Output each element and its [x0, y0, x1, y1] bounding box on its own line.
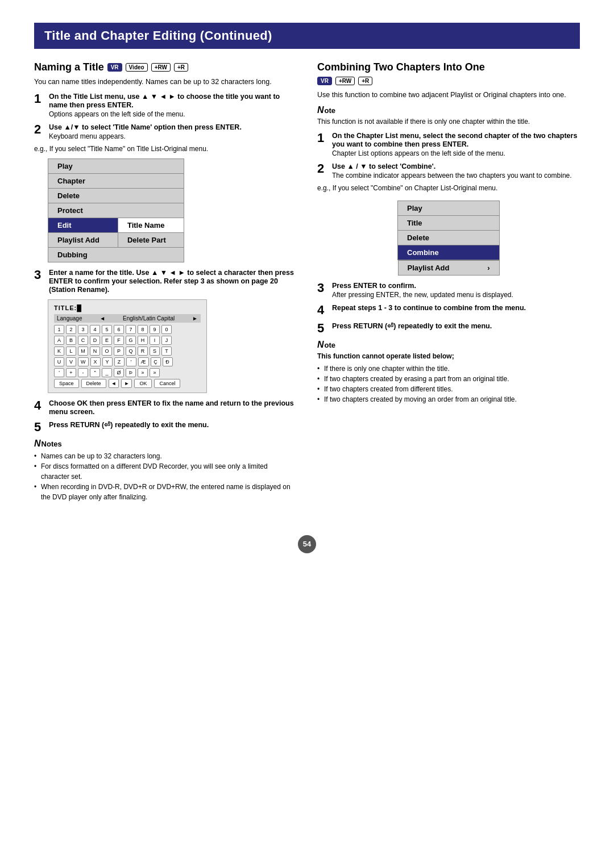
- menu-row-protect: Protect: [48, 203, 184, 218]
- menu-item-play: Play: [48, 158, 184, 173]
- kb-delete[interactable]: Delete: [81, 379, 106, 388]
- combine-item-delete: Delete: [398, 230, 500, 245]
- page-number: 54: [298, 535, 316, 553]
- combine-menu-play: Play: [398, 201, 500, 215]
- left-step-4-number: 4: [34, 399, 47, 412]
- step-2-number: 2: [34, 123, 47, 136]
- right-note2-item-3: If two chapters created from different t…: [317, 384, 580, 394]
- combine-menu-table: Play Title Delete Combine Playlist Add: [397, 201, 500, 276]
- menu-item-playlist-add: Playlist Add: [48, 232, 118, 247]
- menu-item-edit: Edit: [48, 218, 118, 232]
- combine-item-combine: Combine: [398, 245, 500, 260]
- right-note2-item-4: If two chapters created by moving an ord…: [317, 394, 580, 404]
- combine-arrow-icon: ›: [487, 264, 489, 272]
- kb-row-u: U V W X Y Z ' Æ Ç Ð: [54, 357, 201, 366]
- notes-list: Names can be up to 32 characters long. F…: [34, 451, 297, 502]
- kb-cancel[interactable]: Cancel: [154, 379, 180, 388]
- right-note2-heading: This function cannot operate listed belo…: [317, 351, 580, 361]
- kb-lang-value: English/Latin Capital: [123, 315, 175, 322]
- right-step-3-bold: Press ENTER to confirm.: [332, 282, 416, 290]
- right-step-2-bold: Use ▲ / ▼ to select 'Combine'.: [332, 162, 435, 170]
- kb-row-special: ' + - " _ Ø Þ » »: [54, 368, 201, 377]
- combining-intro: Use this function to combine two adjacen…: [317, 90, 580, 101]
- menu-item-delete: Delete: [48, 188, 184, 203]
- combine-item-play: Play: [398, 201, 500, 215]
- menu-item-chapter: Chapter: [48, 173, 184, 188]
- menu-row-edit: Edit Title Name: [48, 218, 184, 232]
- kb-space[interactable]: Space: [54, 379, 79, 388]
- right-step-5-number: 5: [317, 322, 330, 335]
- menu-row-dubbing: Dubbing: [48, 247, 184, 262]
- right-badge-plusrw: +RW: [335, 77, 355, 85]
- right-step-3-number: 3: [317, 281, 330, 295]
- right-step-2: 2 Use ▲ / ▼ to select 'Combine'. The com…: [317, 162, 580, 180]
- combining-heading: Combining Two Chapters Into One: [317, 61, 485, 73]
- note-item-1: Names can be up to 32 characters long.: [34, 451, 297, 461]
- eg-text-1: e.g., If you select "Title Name" on Titl…: [34, 145, 297, 153]
- right-note-1-text: This function is not available if there …: [317, 116, 580, 127]
- right-step-2-sub: The combine indicator appears between th…: [332, 172, 580, 180]
- right-note2-item-2: If two chapters created by erasing a par…: [317, 374, 580, 384]
- combine-playlist-label: Playlist Add: [408, 264, 450, 272]
- step-3: 3 Enter a name for the title. Use ▲ ▼ ◄ …: [34, 268, 297, 294]
- note-n-icon: N: [34, 439, 41, 449]
- kb-left[interactable]: ◄: [109, 379, 119, 388]
- menu-row-play: Play: [48, 158, 184, 173]
- right-step-5: 5 Press RETURN (⏎) repeatedly to exit th…: [317, 322, 580, 335]
- kb-row-numbers: 1 2 3 4 5 6 7 8 9 0: [54, 325, 201, 334]
- note-item-3: When recording in DVD-R, DVD+R or DVD+RW…: [34, 482, 297, 502]
- right-step-3-sub: After pressing ENTER, the new, updated m…: [332, 291, 580, 299]
- step-1: 1 On the Title List menu, use ▲ ▼ ◄ ► to…: [34, 92, 297, 118]
- left-step-4-bold: Choose OK then press ENTER to fix the na…: [49, 399, 294, 416]
- right-step-4: 4 Repeat steps 1 - 3 to continue to comb…: [317, 303, 580, 317]
- right-step-4-number: 4: [317, 303, 330, 317]
- kb-lang-arrows-right: ►: [192, 315, 198, 322]
- left-section-heading: Naming a Title VR Video +RW +R: [34, 61, 297, 73]
- note-item-2: For discs formatted on a different DVD R…: [34, 461, 297, 482]
- right-badge-plusr: +R: [358, 77, 372, 85]
- step-2: 2 Use ▲/▼ to select 'Title Name' option …: [34, 123, 297, 140]
- right-badges-row: VR +RW +R: [317, 77, 580, 85]
- kb-lang-label: Language: [57, 315, 82, 322]
- page-title: Title and Chapter Editing (Continued): [34, 23, 580, 49]
- right-note-2: N ote This function cannot operate liste…: [317, 340, 580, 404]
- menu-row-playlist-add: Playlist Add Delete Part: [48, 232, 184, 247]
- combine-item-title: Title: [398, 215, 500, 230]
- step-1-number: 1: [34, 92, 47, 106]
- left-step-5-number: 5: [34, 420, 47, 434]
- kb-right[interactable]: ►: [121, 379, 132, 388]
- badge-vr: VR: [107, 63, 122, 72]
- left-notes: N Notes Names can be up to 32 characters…: [34, 439, 297, 502]
- right-note2-ote: ote: [325, 341, 336, 349]
- right-note-1: N ote This function is not available if …: [317, 105, 580, 127]
- menu-row-chapter: Chapter: [48, 173, 184, 188]
- step-1-bold: On the Title List menu, use ▲ ▼ ◄ ► to c…: [49, 93, 280, 109]
- menu-item-title-name: Title Name: [118, 218, 184, 232]
- right-column: Combining Two Chapters Into One VR +RW +…: [317, 61, 580, 507]
- kb-row-a: A B C D E F G H I J: [54, 336, 201, 345]
- badge-video: Video: [126, 63, 148, 72]
- badge-plusrw: +RW: [151, 63, 171, 72]
- step-2-sub: Keyboard menu appears.: [49, 132, 297, 140]
- keyboard-screenshot: TITLE:█ Language ◄ English/Latin Capital…: [48, 299, 207, 393]
- menu-item-protect: Protect: [48, 203, 184, 218]
- combine-menu-playlist-add: Playlist Add ›: [398, 260, 500, 276]
- page-number-area: 54: [34, 524, 580, 553]
- left-column: Naming a Title VR Video +RW +R You can n…: [34, 61, 297, 507]
- kb-row-k: K L M N O P Q R S T: [54, 347, 201, 356]
- right-step-2-number: 2: [317, 162, 330, 176]
- naming-intro: You can name titles independently. Names…: [34, 77, 297, 87]
- right-step-1-number: 1: [317, 131, 330, 145]
- step-1-sub: Options appears on the left side of the …: [49, 110, 297, 118]
- left-step-5: 5 Press RETURN (⏎) repeatedly to exit th…: [34, 420, 297, 434]
- step-3-bold: Enter a name for the title. Use ▲ ▼ ◄ ► …: [49, 269, 294, 294]
- right-badge-vr: VR: [317, 77, 332, 85]
- combine-item-playlist-add: Playlist Add ›: [398, 260, 500, 276]
- note-ote-text: Notes: [42, 440, 62, 448]
- combine-menu-title: Title: [398, 215, 500, 230]
- naming-title-heading: Naming a Title: [34, 61, 104, 73]
- right-step-4-bold: Repeat steps 1 - 3 to continue to combin…: [332, 304, 526, 312]
- right-step-5-bold: Press RETURN (⏎) repeatedly to exit the …: [332, 322, 492, 330]
- kb-ok[interactable]: OK: [134, 379, 152, 388]
- right-note-n: N: [317, 105, 324, 115]
